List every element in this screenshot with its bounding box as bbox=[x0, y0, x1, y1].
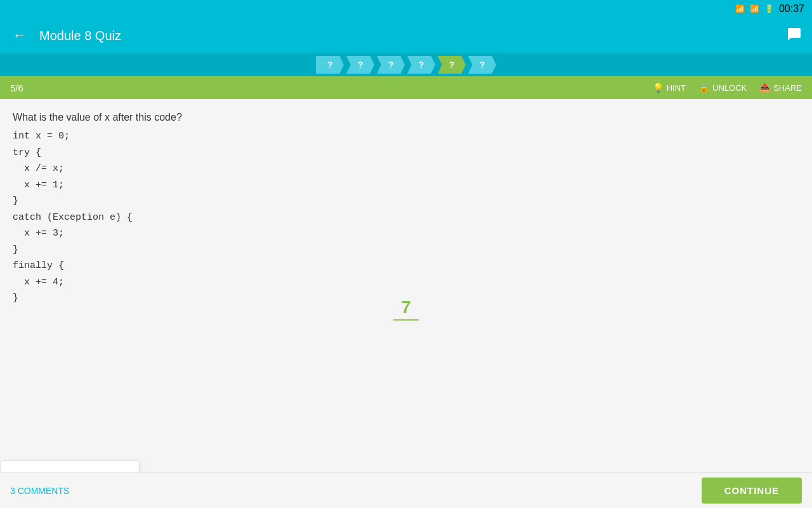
back-button[interactable]: ← bbox=[10, 25, 29, 46]
status-bar: 📶 📶 🔋 00:37 bbox=[0, 0, 812, 18]
hint-button[interactable]: 💡 HINT bbox=[653, 83, 686, 93]
toolbar-actions: 💡 HINT 🔒 UNLOCK 📤 SHARE bbox=[653, 83, 802, 93]
hint-icon: 💡 bbox=[653, 83, 664, 93]
unlock-button[interactable]: 🔒 UNLOCK bbox=[698, 83, 747, 93]
answer-underline bbox=[393, 319, 419, 320]
progress-step-3[interactable]: ? bbox=[377, 56, 405, 74]
bottom-bar: 3 COMMENTS CONTINUE bbox=[0, 472, 812, 508]
code-block: int x = 0; try { x /= x; x += 1; } catch… bbox=[13, 128, 799, 307]
signal-icon: 📶 bbox=[750, 4, 759, 13]
progress-step-1[interactable]: ? bbox=[316, 56, 344, 74]
comments-button[interactable]: 3 COMMENTS bbox=[10, 486, 69, 496]
progress-step-4[interactable]: ? bbox=[407, 56, 435, 74]
app-title: Module 8 Quiz bbox=[39, 29, 776, 43]
chat-button[interactable] bbox=[787, 27, 802, 45]
main-content: What is the value of x after this code? … bbox=[0, 99, 812, 508]
battery-icon: 🔋 bbox=[764, 4, 774, 13]
progress-step-6[interactable]: ? bbox=[468, 56, 496, 74]
question-count: 5/6 bbox=[10, 83, 23, 93]
progress-step-2[interactable]: ? bbox=[346, 56, 374, 74]
lock-icon: 🔒 bbox=[698, 83, 709, 93]
answer-area: 7 bbox=[393, 297, 419, 321]
wifi-icon: 📶 bbox=[735, 4, 745, 13]
continue-button[interactable]: CONTINUE bbox=[702, 478, 802, 504]
answer-value: 7 bbox=[401, 297, 411, 318]
share-button[interactable]: 📤 SHARE bbox=[759, 83, 802, 93]
share-icon: 📤 bbox=[759, 83, 770, 93]
progress-step-5[interactable]: ? bbox=[438, 56, 466, 74]
app-bar: ← Module 8 Quiz bbox=[0, 18, 812, 53]
status-time: 00:37 bbox=[779, 3, 804, 15]
question-bar: 5/6 💡 HINT 🔒 UNLOCK 📤 SHARE bbox=[0, 76, 812, 99]
question-text: What is the value of x after this code? bbox=[13, 112, 799, 123]
progress-bar: ? ? ? ? ? ? bbox=[0, 53, 812, 76]
